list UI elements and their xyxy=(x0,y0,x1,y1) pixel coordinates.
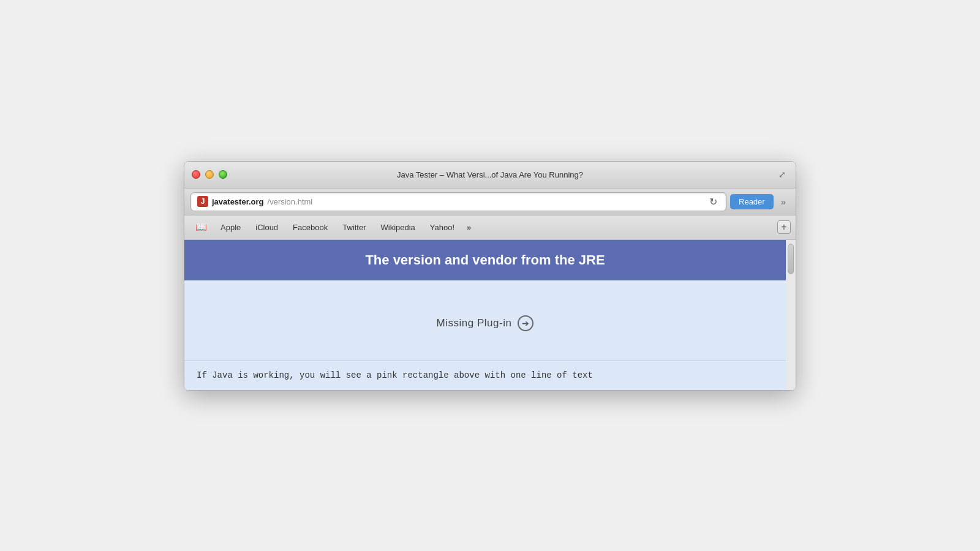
url-path: /version.html xyxy=(268,197,313,206)
favicon: J xyxy=(197,196,208,207)
new-tab-button[interactable]: + xyxy=(777,220,791,234)
bookmarks-overflow[interactable]: » xyxy=(462,219,476,236)
bookmarks-bar: 📖 Apple iCloud Facebook Twitter Wikipedi… xyxy=(184,216,796,240)
bookmark-icloud[interactable]: iCloud xyxy=(248,219,285,236)
jre-footer-text: If Java is working, you will see a pink … xyxy=(197,370,593,380)
bookmarks-icon[interactable]: 📖 xyxy=(189,218,213,236)
bookmark-facebook[interactable]: Facebook xyxy=(285,219,335,236)
scrollbar[interactable] xyxy=(786,240,796,390)
expand-button[interactable]: ⤢ xyxy=(776,168,788,181)
jre-footer: If Java is working, you will see a pink … xyxy=(184,360,786,390)
jre-header: The version and vendor from the JRE xyxy=(184,240,786,280)
address-bar-row: J javatester.org /version.html ↻ Reader … xyxy=(184,189,796,216)
title-bar: Java Tester – What Versi...of Java Are Y… xyxy=(184,162,796,189)
missing-plugin-container[interactable]: Missing Plug-in ➔ xyxy=(437,315,534,331)
plugin-icon: ➔ xyxy=(518,315,533,331)
traffic-lights xyxy=(192,170,227,179)
close-button[interactable] xyxy=(192,170,200,179)
minimize-button[interactable] xyxy=(205,170,214,179)
reader-button[interactable]: Reader xyxy=(730,194,774,209)
window-title: Java Tester – What Versi...of Java Are Y… xyxy=(397,170,583,179)
bookmark-twitter[interactable]: Twitter xyxy=(335,219,373,236)
content-area: The version and vendor from the JRE Miss… xyxy=(184,240,796,390)
bookmark-wikipedia[interactable]: Wikipedia xyxy=(374,219,423,236)
navigation-overflow[interactable]: » xyxy=(777,194,790,209)
browser-window: Java Tester – What Versi...of Java Are Y… xyxy=(184,161,796,391)
bookmark-yahoo[interactable]: Yahoo! xyxy=(423,219,462,236)
page-content: The version and vendor from the JRE Miss… xyxy=(184,240,786,390)
jre-header-text: The version and vendor from the JRE xyxy=(365,252,605,268)
jre-body: Missing Plug-in ➔ xyxy=(184,280,786,360)
scrollbar-thumb[interactable] xyxy=(788,244,794,274)
bookmark-apple[interactable]: Apple xyxy=(213,219,248,236)
missing-plugin-label: Missing Plug-in xyxy=(437,317,512,329)
reload-button[interactable]: ↻ xyxy=(707,196,720,208)
url-domain: javatester.org xyxy=(212,197,264,206)
maximize-button[interactable] xyxy=(219,170,227,179)
address-bar[interactable]: J javatester.org /version.html ↻ xyxy=(190,192,726,211)
